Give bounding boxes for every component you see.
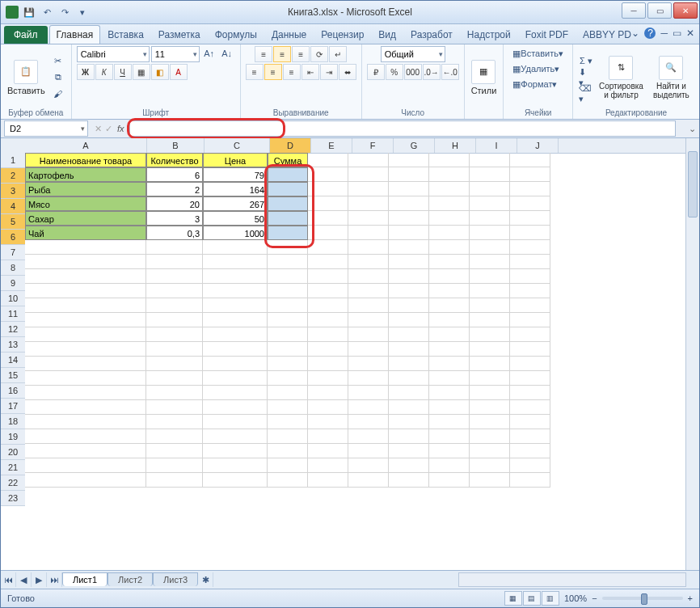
formula-bar[interactable] — [129, 120, 676, 137]
empty-cell[interactable] — [429, 153, 470, 167]
undo-icon[interactable]: ↶ — [40, 5, 54, 19]
cancel-formula-icon[interactable]: ✕ — [95, 124, 102, 134]
empty-cell[interactable] — [470, 444, 510, 458]
empty-cell[interactable] — [389, 167, 429, 182]
sheet-nav-prev-icon[interactable]: ◀ — [16, 572, 32, 587]
row-header-5[interactable]: 5 — [1, 214, 25, 230]
empty-cell[interactable] — [308, 269, 348, 284]
workbook-close-icon[interactable]: ✕ — [686, 27, 694, 39]
empty-cell[interactable] — [25, 429, 146, 444]
empty-cell[interactable] — [389, 313, 429, 327]
empty-cell[interactable] — [308, 386, 348, 400]
empty-cell[interactable] — [510, 269, 550, 284]
empty-cell[interactable] — [268, 298, 308, 313]
ribbon-tab-9[interactable]: Foxit PDF — [518, 25, 576, 44]
empty-cell[interactable] — [268, 255, 308, 269]
header-cell[interactable]: Количество — [146, 153, 203, 167]
empty-cell[interactable] — [146, 429, 203, 444]
empty-cell[interactable] — [348, 196, 389, 211]
empty-cell[interactable] — [203, 269, 268, 284]
worksheet-grid[interactable]: ABCDEFGHIJ 12345678910111213141516171819… — [1, 138, 699, 570]
row-header-10[interactable]: 10 — [1, 291, 25, 306]
empty-cell[interactable] — [429, 182, 470, 196]
zoom-level[interactable]: 100% — [564, 593, 587, 603]
empty-cell[interactable] — [25, 342, 146, 357]
enter-formula-icon[interactable]: ✓ — [105, 124, 112, 134]
data-cell[interactable]: Рыба — [25, 182, 146, 196]
grow-font-icon[interactable]: A↑ — [201, 46, 217, 61]
empty-cell[interactable] — [348, 371, 389, 386]
empty-cell[interactable] — [308, 284, 348, 298]
expand-formula-icon[interactable]: ⌄ — [689, 124, 696, 134]
bold-button[interactable]: Ж — [77, 64, 95, 80]
empty-cell[interactable] — [146, 386, 203, 400]
fill-color-button[interactable]: ◧ — [151, 64, 169, 80]
col-header-C[interactable]: C — [205, 138, 270, 153]
empty-cell[interactable] — [268, 444, 308, 458]
align-middle-icon[interactable]: ≡ — [273, 46, 291, 62]
clear-icon[interactable]: ⌫ ▾ — [578, 87, 594, 101]
copy-icon[interactable]: ⧉ — [50, 70, 66, 85]
empty-cell[interactable] — [268, 327, 308, 342]
empty-cell[interactable] — [203, 458, 268, 473]
vscroll-thumb[interactable] — [688, 151, 698, 217]
empty-cell[interactable] — [510, 458, 550, 473]
empty-cell[interactable] — [348, 284, 389, 298]
data-cell[interactable]: 3 — [146, 211, 203, 226]
empty-cell[interactable] — [470, 240, 510, 255]
empty-cell[interactable] — [429, 167, 470, 182]
empty-cell[interactable] — [203, 386, 268, 400]
empty-cell[interactable] — [470, 386, 510, 400]
empty-cell[interactable] — [429, 473, 470, 488]
empty-cell[interactable] — [470, 196, 510, 211]
empty-cell[interactable] — [203, 240, 268, 255]
empty-cell[interactable] — [429, 284, 470, 298]
empty-cell[interactable] — [429, 327, 470, 342]
data-cell[interactable]: 6 — [146, 167, 203, 182]
empty-cell[interactable] — [308, 444, 348, 458]
empty-cell[interactable] — [510, 313, 550, 327]
sheet-tab-1[interactable]: Лист2 — [108, 572, 153, 586]
empty-cell[interactable] — [429, 415, 470, 429]
empty-cell[interactable] — [429, 211, 470, 226]
data-cell[interactable]: Сахар — [25, 211, 146, 226]
page-layout-view-icon[interactable]: ▤ — [523, 591, 541, 606]
insert-cells-button[interactable]: ▦ Вставить ▾ — [508, 46, 567, 61]
empty-cell[interactable] — [348, 167, 389, 182]
empty-cell[interactable] — [510, 473, 550, 488]
empty-cell[interactable] — [25, 444, 146, 458]
merge-button[interactable]: ⬌ — [339, 64, 356, 80]
empty-cell[interactable] — [348, 357, 389, 371]
empty-cell[interactable] — [308, 240, 348, 255]
empty-cell[interactable] — [510, 342, 550, 357]
styles-button[interactable]: ▦ Стили — [470, 58, 499, 97]
maximize-button[interactable]: ▭ — [647, 2, 672, 19]
empty-cell[interactable] — [25, 269, 146, 284]
empty-cell[interactable] — [510, 211, 550, 226]
row-header-13[interactable]: 13 — [1, 337, 25, 353]
empty-cell[interactable] — [429, 429, 470, 444]
empty-cell[interactable] — [429, 269, 470, 284]
empty-cell[interactable] — [25, 327, 146, 342]
orientation-icon[interactable]: ⟳ — [310, 46, 328, 62]
empty-cell[interactable] — [429, 298, 470, 313]
empty-cell[interactable] — [146, 298, 203, 313]
indent-increase-icon[interactable]: ⇥ — [320, 64, 338, 80]
empty-cell[interactable] — [268, 240, 308, 255]
empty-cell[interactable] — [25, 357, 146, 371]
empty-cell[interactable] — [203, 429, 268, 444]
empty-cell[interactable] — [510, 284, 550, 298]
workbook-restore-icon[interactable]: ▭ — [673, 27, 681, 39]
data-cell[interactable] — [268, 182, 308, 196]
data-cell[interactable]: 1000 — [203, 226, 268, 240]
empty-cell[interactable] — [510, 400, 550, 415]
empty-cell[interactable] — [25, 371, 146, 386]
empty-cell[interactable] — [470, 226, 510, 240]
empty-cell[interactable] — [203, 357, 268, 371]
empty-cell[interactable] — [268, 284, 308, 298]
align-bottom-icon[interactable]: ≡ — [292, 46, 310, 62]
empty-cell[interactable] — [510, 371, 550, 386]
delete-cells-button[interactable]: ▦ Удалить ▾ — [508, 61, 563, 76]
normal-view-icon[interactable]: ▦ — [504, 591, 522, 606]
empty-cell[interactable] — [470, 211, 510, 226]
